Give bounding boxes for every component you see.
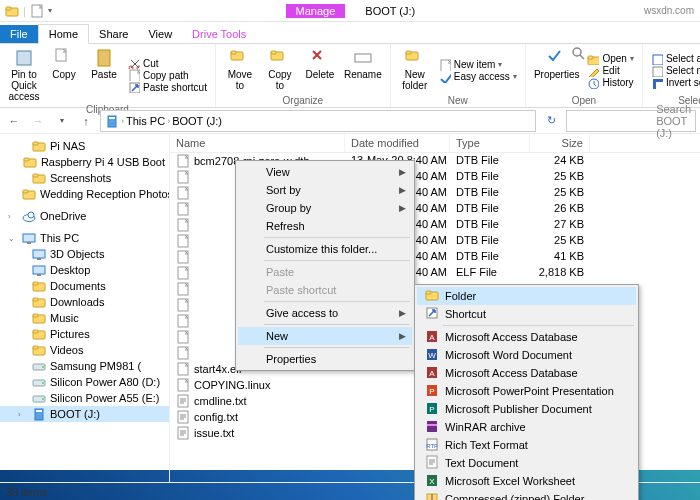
menu-separator xyxy=(264,347,410,348)
menu-item[interactable]: Microsoft PowerPoint Presentation xyxy=(417,382,636,400)
menu-item[interactable]: Rich Text Format xyxy=(417,436,636,454)
save-icon[interactable] xyxy=(30,4,44,18)
menu-separator xyxy=(443,325,634,326)
crumb-drive[interactable]: BOOT (J:) xyxy=(172,115,222,127)
col-name[interactable]: Name xyxy=(170,134,345,152)
menu-item[interactable]: Text Document xyxy=(417,454,636,472)
select-none-button[interactable]: Select none xyxy=(649,65,700,77)
delete-icon xyxy=(310,48,330,68)
menu-item[interactable]: Microsoft Publisher Document xyxy=(417,400,636,418)
menu-item[interactable]: Microsoft Access Database xyxy=(417,364,636,382)
tab-drive-tools[interactable]: Drive Tools xyxy=(182,25,256,43)
menu-item[interactable]: Compressed (zipped) Folder xyxy=(417,490,636,500)
crumb-thispc[interactable]: This PC xyxy=(126,115,165,127)
pin-quick-access-button[interactable]: Pin to Quick access xyxy=(6,46,42,104)
nav-recent-button[interactable]: ▾ xyxy=(52,111,72,131)
rename-icon xyxy=(353,48,373,68)
expand-icon[interactable]: › xyxy=(8,212,18,221)
menu-item[interactable]: Shortcut xyxy=(417,305,636,323)
tab-home[interactable]: Home xyxy=(38,24,89,44)
select-all-button[interactable]: Select all xyxy=(649,53,700,65)
menu-item[interactable]: Refresh xyxy=(238,217,412,235)
menu-item[interactable]: Microsoft Excel Worksheet xyxy=(417,472,636,490)
nav-item[interactable]: 3D Objects xyxy=(0,246,169,262)
search-input[interactable]: Search BOOT (J:) xyxy=(566,110,696,132)
nav-item[interactable]: ⌄ This PC xyxy=(0,230,169,246)
tab-share[interactable]: Share xyxy=(89,25,138,43)
nav-item[interactable]: Pictures xyxy=(0,326,169,342)
nav-item[interactable]: › BOOT (J:) xyxy=(0,406,169,422)
nav-forward-button[interactable]: → xyxy=(28,111,48,131)
menu-item[interactable]: New ▶ xyxy=(238,327,412,345)
menu-item[interactable]: Microsoft Word Document xyxy=(417,346,636,364)
new-submenu[interactable]: Folder Shortcut Microsoft Access Databas… xyxy=(414,284,639,500)
menu-item[interactable]: Folder xyxy=(417,287,636,305)
nav-item[interactable]: Pi NAS xyxy=(0,138,169,154)
new-folder-button[interactable]: New folder xyxy=(397,46,433,95)
menu-item[interactable]: Sort by ▶ xyxy=(238,181,412,199)
file-size: 25 KB xyxy=(530,169,590,185)
refresh-button[interactable]: ↻ xyxy=(540,114,562,127)
nav-item[interactable]: › OneDrive xyxy=(0,208,169,224)
easy-icon xyxy=(439,71,451,83)
nav-item[interactable]: Samsung PM981 ( xyxy=(0,358,169,374)
drive-icon xyxy=(32,375,46,389)
nav-label: This PC xyxy=(40,232,79,244)
music-icon xyxy=(32,311,46,325)
nav-item[interactable]: Music xyxy=(0,310,169,326)
nav-item[interactable]: Desktop xyxy=(0,262,169,278)
expand-icon[interactable]: ⌄ xyxy=(8,234,18,243)
paste-button[interactable]: Paste xyxy=(86,46,122,104)
breadcrumb[interactable]: › This PC › BOOT (J:) xyxy=(100,110,536,132)
menu-item[interactable]: View ▶ xyxy=(238,163,412,181)
expand-icon[interactable]: › xyxy=(18,410,28,419)
nav-label: BOOT (J:) xyxy=(50,408,100,420)
nav-item[interactable]: Downloads xyxy=(0,294,169,310)
newitem-icon xyxy=(439,59,451,71)
context-menu[interactable]: View ▶ Sort by ▶ Group by ▶ Refresh Cust… xyxy=(235,160,415,371)
menu-item[interactable]: WinRAR archive xyxy=(417,418,636,436)
paste-shortcut-button[interactable]: Paste shortcut xyxy=(126,81,209,93)
manage-contextual-tab[interactable]: Manage xyxy=(286,4,346,18)
txt-icon xyxy=(176,394,190,408)
tab-view[interactable]: View xyxy=(138,25,182,43)
col-type[interactable]: Type xyxy=(450,134,530,152)
easy-access-button[interactable]: Easy access ▾ xyxy=(437,71,519,83)
nav-item[interactable]: Wedding Reception Photos xyxy=(0,186,169,202)
nav-item[interactable]: Videos xyxy=(0,342,169,358)
menu-item[interactable]: Give access to ▶ xyxy=(238,304,412,322)
nav-item[interactable]: Raspberry Pi 4 USB Boot xyxy=(0,154,169,170)
nav-item[interactable]: Silicon Power A80 (D:) xyxy=(0,374,169,390)
nav-item[interactable]: Silicon Power A55 (E:) xyxy=(0,390,169,406)
cut-button[interactable]: Cut xyxy=(126,57,209,69)
svg-rect-42 xyxy=(653,55,663,65)
copy-button[interactable]: Copy xyxy=(46,46,82,104)
move-to-button[interactable]: Move to xyxy=(222,46,258,95)
menu-item[interactable]: Customize this folder... xyxy=(238,240,412,258)
watermark: wsxdn.com xyxy=(644,5,700,16)
file-name: cmdline.txt xyxy=(194,395,247,407)
qat-drop[interactable]: ▾ xyxy=(48,6,52,15)
col-size[interactable]: Size xyxy=(530,134,590,152)
folder-icon xyxy=(5,4,19,18)
nav-item[interactable]: Screenshots xyxy=(0,170,169,186)
col-date[interactable]: Date modified xyxy=(345,134,450,152)
nav-up-button[interactable]: ↑ xyxy=(76,111,96,131)
file-icon xyxy=(176,170,190,184)
pc-icon xyxy=(22,231,36,245)
menu-item[interactable]: Microsoft Access Database xyxy=(417,328,636,346)
menu-item[interactable]: Properties xyxy=(238,350,412,368)
nav-tree[interactable]: Pi NAS Raspberry Pi 4 USB Boot Screensho… xyxy=(0,134,170,482)
tab-file[interactable]: File xyxy=(0,25,38,43)
invert-selection-button[interactable]: Invert selection xyxy=(649,77,700,89)
desktop-icon xyxy=(32,263,46,277)
nav-back-button[interactable]: ← xyxy=(4,111,24,131)
menu-item[interactable]: Group by ▶ xyxy=(238,199,412,217)
nav-item[interactable]: Documents xyxy=(0,278,169,294)
menu-label: Shortcut xyxy=(445,308,486,320)
new-item-button[interactable]: New item ▾ xyxy=(437,59,519,71)
copy-path-button[interactable]: Copy path xyxy=(126,69,209,81)
copy-to-button[interactable]: Copy to xyxy=(262,46,298,95)
rename-button[interactable]: Rename xyxy=(342,46,384,95)
delete-button[interactable]: Delete xyxy=(302,46,338,95)
